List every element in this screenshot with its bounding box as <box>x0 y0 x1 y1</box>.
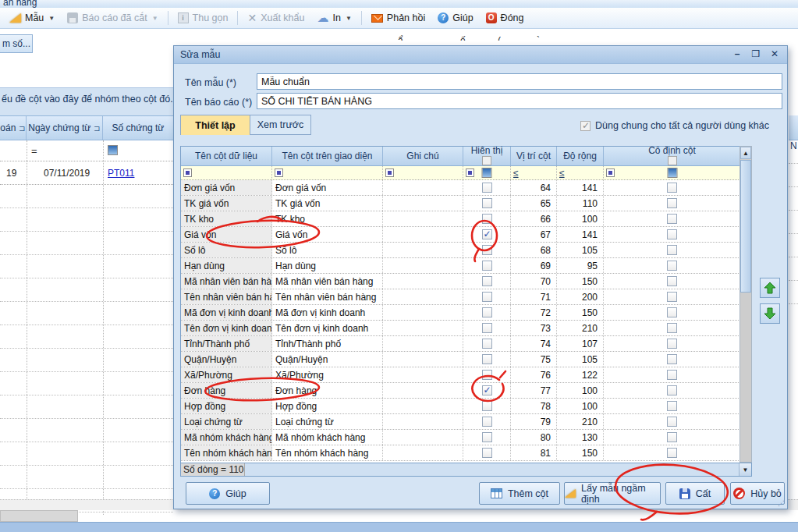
cell-data-column-name[interactable]: Tên nhân viên bán hàng <box>181 289 272 304</box>
column-header-ten-cot-tren-giao-dien[interactable]: Tên cột trên giao diện <box>272 147 383 165</box>
template-name-input[interactable] <box>257 73 782 90</box>
cell-note[interactable] <box>383 321 463 335</box>
cell-visible[interactable] <box>463 274 511 289</box>
cell-width[interactable]: 150 <box>557 274 604 289</box>
visible-checkbox[interactable] <box>482 354 492 364</box>
filter-condition-icon[interactable] <box>275 168 283 177</box>
fixed-checkbox[interactable] <box>667 401 677 411</box>
fixed-checkbox[interactable] <box>667 417 677 427</box>
cell-fixed[interactable] <box>604 305 740 320</box>
cell-data-column-name[interactable]: Hợp đồng <box>181 399 272 413</box>
cell-ui-column-name[interactable]: Xã/Phường <box>272 367 383 382</box>
column-header-do-rong[interactable]: Độ rộng <box>557 147 604 165</box>
cell-fixed[interactable] <box>604 274 740 289</box>
document-number-link[interactable]: PT011 <box>108 168 134 179</box>
dialog-titlebar[interactable]: Sửa mẫu – ❒ ✕ <box>174 46 787 64</box>
filter-cell-data-name[interactable] <box>181 166 272 179</box>
cell-note[interactable] <box>383 289 463 304</box>
visible-checkbox[interactable] <box>482 214 492 224</box>
cell-ui-column-name[interactable]: TK kho <box>272 211 383 226</box>
cell-width[interactable]: 210 <box>557 321 604 335</box>
cell-data-column-name[interactable]: Loại chứng từ <box>181 414 272 429</box>
cell-data-column-name[interactable]: Mã nhân viên bán hàng <box>181 274 272 289</box>
filter-condition-icon[interactable] <box>606 168 615 177</box>
cell-note[interactable] <box>383 336 463 351</box>
cell-position[interactable]: 65 <box>511 196 557 211</box>
column-header-ten-cot-du-lieu[interactable]: Tên cột dữ liệu <box>181 147 272 165</box>
cell-data-column-name[interactable]: Đơn giá vốn <box>181 180 272 195</box>
cell-data-column-name[interactable]: TK kho <box>181 211 272 226</box>
cell-visible[interactable] <box>463 211 511 226</box>
cell-width[interactable]: 95 <box>557 258 604 273</box>
cell-position[interactable]: 68 <box>511 243 557 257</box>
cell-visible[interactable] <box>463 289 511 304</box>
fixed-checkbox[interactable] <box>667 276 677 286</box>
checkbox-icon[interactable] <box>580 121 591 131</box>
cell-ui-column-name[interactable]: Mã đơn vị kinh doanh <box>272 305 383 320</box>
filter-cell-fixed[interactable] <box>604 166 740 179</box>
visible-checkbox[interactable] <box>482 292 492 302</box>
cell-data-column-name[interactable]: Mã đơn vị kinh doanh <box>181 305 272 320</box>
fixed-checkbox[interactable] <box>667 354 677 364</box>
cell-width[interactable]: 107 <box>557 336 604 351</box>
filter-cell-width[interactable]: ≤ <box>557 166 604 179</box>
cell-note[interactable] <box>383 227 463 242</box>
cell-fixed[interactable] <box>604 352 740 367</box>
cell-fixed[interactable] <box>604 445 740 460</box>
cell-width[interactable]: 130 <box>557 430 604 445</box>
cell-fixed[interactable] <box>604 336 740 351</box>
cell-ui-column-name[interactable]: Hạn dùng <box>272 258 383 273</box>
cell-position[interactable]: 78 <box>511 399 557 413</box>
toolbar-item-in[interactable]: ☁ In ▼ <box>312 11 356 25</box>
select-all-visible-checkbox[interactable] <box>482 156 491 165</box>
visible-checkbox[interactable] <box>482 401 492 411</box>
cell-position[interactable]: 71 <box>511 289 557 304</box>
cell-visible[interactable] <box>463 383 511 398</box>
toolbar-item-bao-cao-da-cat[interactable]: Báo cáo đã cắt ▼ <box>62 11 162 25</box>
cell-fixed[interactable] <box>604 367 740 382</box>
cell-note[interactable] <box>383 445 463 460</box>
cell-data-column-name[interactable]: Tên nhóm khách hàng <box>181 445 272 460</box>
cell-width[interactable]: 200 <box>557 289 604 304</box>
cell-position[interactable]: 72 <box>511 305 557 320</box>
bg-column-header-so-chung-tu[interactable]: Số chứng từ <box>103 116 173 140</box>
cell-fixed[interactable] <box>604 321 740 335</box>
cell-fixed[interactable] <box>604 289 740 304</box>
visible-checkbox[interactable] <box>482 276 492 286</box>
cell-position[interactable]: 79 <box>511 414 557 429</box>
filter-condition-icon[interactable] <box>183 168 192 177</box>
fixed-checkbox[interactable] <box>667 261 677 271</box>
cell-width[interactable]: 141 <box>557 227 604 242</box>
filter-checkbox-icon[interactable] <box>482 168 492 178</box>
horizontal-scrollbar[interactable] <box>245 463 739 476</box>
cell-visible[interactable] <box>463 430 511 445</box>
tab-xem-truoc[interactable]: Xem trước <box>250 115 311 135</box>
cell-note[interactable] <box>383 367 463 382</box>
cell-position[interactable]: 66 <box>511 211 557 226</box>
visible-checkbox[interactable] <box>482 261 492 271</box>
cell-position[interactable]: 81 <box>511 445 557 460</box>
cell-visible[interactable] <box>463 258 511 273</box>
cell-note[interactable] <box>383 180 463 195</box>
cell-visible[interactable] <box>463 196 511 211</box>
cell-note[interactable] <box>383 383 463 398</box>
cell-position[interactable]: 80 <box>511 430 557 445</box>
cell-ui-column-name[interactable]: Tên nhóm khách hàng <box>272 445 383 460</box>
visible-checkbox[interactable] <box>482 307 492 317</box>
cell-data-column-name[interactable]: Xã/Phường <box>181 367 272 382</box>
cell-note[interactable] <box>383 274 463 289</box>
cell-note[interactable] <box>383 305 463 320</box>
move-column-down-button[interactable] <box>760 303 780 324</box>
maximize-icon[interactable]: ❒ <box>750 49 762 60</box>
filter-cell-visible[interactable] <box>463 166 511 179</box>
fixed-checkbox[interactable] <box>667 385 677 395</box>
fixed-checkbox[interactable] <box>667 292 677 302</box>
scroll-dropdown-icon[interactable]: ▼ <box>739 463 751 476</box>
fixed-checkbox[interactable] <box>667 448 677 458</box>
cell-width[interactable]: 100 <box>557 383 604 398</box>
cell-data-column-name[interactable]: Quận/Huyện <box>181 352 272 367</box>
cell-position[interactable]: 77 <box>511 383 557 398</box>
cell-visible[interactable] <box>463 180 511 195</box>
cell-fixed[interactable] <box>604 383 740 398</box>
cell-visible[interactable] <box>463 352 511 367</box>
